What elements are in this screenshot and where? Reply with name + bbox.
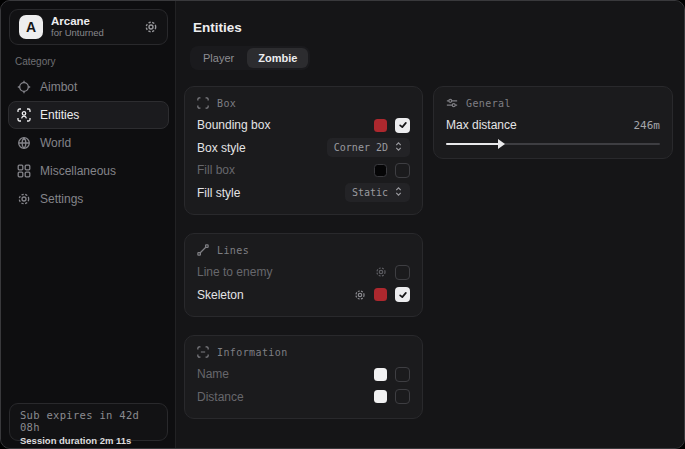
box-card: Box Bounding box Box style C [184, 86, 423, 215]
max-distance-label: Max distance [446, 118, 634, 132]
sliders-icon [446, 97, 458, 109]
fill-style-row: Fill style Static [197, 182, 410, 205]
line-icon [197, 244, 209, 256]
name-checkbox[interactable] [395, 367, 410, 382]
right-column: General Max distance 246m [433, 86, 673, 159]
general-card-header: General [446, 97, 660, 109]
main-panel: Entities Player Zombie Box Bounding box [176, 1, 684, 448]
sidebar-nav: Aimbot Entities World [1, 73, 176, 213]
fill-box-checkbox[interactable] [395, 163, 410, 178]
sidebar-item-label: World [40, 136, 71, 150]
general-card-title: General [466, 98, 511, 109]
page-title: Entities [193, 20, 242, 35]
sidebar: A Arcane for Unturned Category Aimbot [1, 1, 176, 448]
fill-box-color-swatch[interactable] [374, 164, 387, 177]
chevron-up-down-icon [394, 141, 403, 154]
fill-style-dropdown[interactable]: Static [345, 183, 410, 202]
bounding-box-label: Bounding box [197, 118, 374, 132]
box-style-dropdown[interactable]: Corner 2D [327, 138, 410, 157]
tab-zombie[interactable]: Zombie [247, 48, 308, 68]
bounding-box-color-swatch[interactable] [374, 119, 387, 132]
sidebar-item-aimbot[interactable]: Aimbot [8, 73, 169, 101]
line-to-enemy-row: Line to enemy [197, 261, 410, 284]
distance-checkbox[interactable] [395, 389, 410, 404]
distance-color-swatch[interactable] [374, 390, 387, 403]
crosshair-icon [17, 80, 31, 94]
info-scan-icon [197, 346, 209, 358]
box-style-value: Corner 2D [334, 142, 388, 153]
sidebar-item-label: Aimbot [40, 80, 77, 94]
app-brand-card: A Arcane for Unturned [9, 9, 168, 45]
skeleton-label: Skeleton [197, 288, 354, 302]
max-distance-slider[interactable] [446, 140, 660, 148]
gear-icon [17, 192, 31, 206]
tab-player[interactable]: Player [192, 48, 245, 68]
box-card-title: Box [217, 98, 236, 109]
sidebar-item-label: Entities [40, 108, 79, 122]
distance-label: Distance [197, 390, 374, 404]
fill-box-row: Fill box [197, 159, 410, 182]
box-card-header: Box [197, 97, 410, 109]
app-titles: Arcane for Unturned [51, 15, 136, 39]
slider-fill [446, 143, 500, 145]
name-color-swatch[interactable] [374, 368, 387, 381]
globe-icon [17, 136, 31, 150]
lines-card: Lines Line to enemy Skeleton [184, 233, 423, 317]
general-card: General Max distance 246m [433, 86, 673, 159]
sidebar-item-miscellaneous[interactable]: Miscellaneous [8, 157, 169, 185]
skeleton-color-swatch[interactable] [374, 288, 387, 301]
left-column: Box Bounding box Box style C [184, 86, 423, 419]
sub-expires-text: Sub expires in 42d 08h [20, 409, 157, 433]
category-label: Category [15, 56, 56, 67]
sidebar-item-label: Settings [40, 192, 83, 206]
grid-icon [17, 164, 31, 178]
entities-icon [17, 108, 31, 122]
session-duration-text: Session duration 2m 11s [20, 435, 157, 446]
lines-card-title: Lines [217, 245, 249, 256]
gear-icon[interactable] [144, 20, 158, 34]
line-to-enemy-label: Line to enemy [197, 265, 375, 279]
information-card-title: Information [217, 347, 288, 358]
bounding-box-checkbox[interactable] [395, 118, 410, 133]
sidebar-item-entities[interactable]: Entities [8, 101, 169, 129]
slider-handle[interactable] [498, 139, 505, 149]
lines-card-header: Lines [197, 244, 410, 256]
gear-icon[interactable] [354, 289, 366, 301]
fill-style-label: Fill style [197, 186, 345, 200]
box-style-row: Box style Corner 2D [197, 137, 410, 160]
subscription-status-card: Sub expires in 42d 08h Session duration … [9, 403, 168, 441]
name-label: Name [197, 367, 374, 381]
line-to-enemy-checkbox[interactable] [395, 265, 410, 280]
max-distance-value: 246m [634, 119, 661, 132]
entity-tabs: Player Zombie [190, 46, 310, 70]
app-logo: A [19, 15, 43, 39]
distance-row: Distance [197, 386, 410, 409]
sidebar-item-world[interactable]: World [8, 129, 169, 157]
information-card: Information Name Distance [184, 335, 423, 419]
chevron-up-down-icon [394, 186, 403, 199]
app-window: A Arcane for Unturned Category Aimbot [0, 0, 685, 449]
fill-box-label: Fill box [197, 163, 374, 177]
skeleton-checkbox[interactable] [395, 287, 410, 302]
skeleton-row: Skeleton [197, 284, 410, 307]
bounding-box-row: Bounding box [197, 114, 410, 137]
gear-icon[interactable] [375, 266, 387, 278]
information-card-header: Information [197, 346, 410, 358]
fill-style-value: Static [352, 187, 388, 198]
sidebar-item-label: Miscellaneous [40, 164, 116, 178]
box-corners-icon [197, 97, 209, 109]
box-style-label: Box style [197, 141, 327, 155]
app-subtitle: for Unturned [51, 28, 136, 39]
max-distance-row: Max distance 246m [446, 114, 660, 137]
name-row: Name [197, 363, 410, 386]
sidebar-item-settings[interactable]: Settings [8, 185, 169, 213]
